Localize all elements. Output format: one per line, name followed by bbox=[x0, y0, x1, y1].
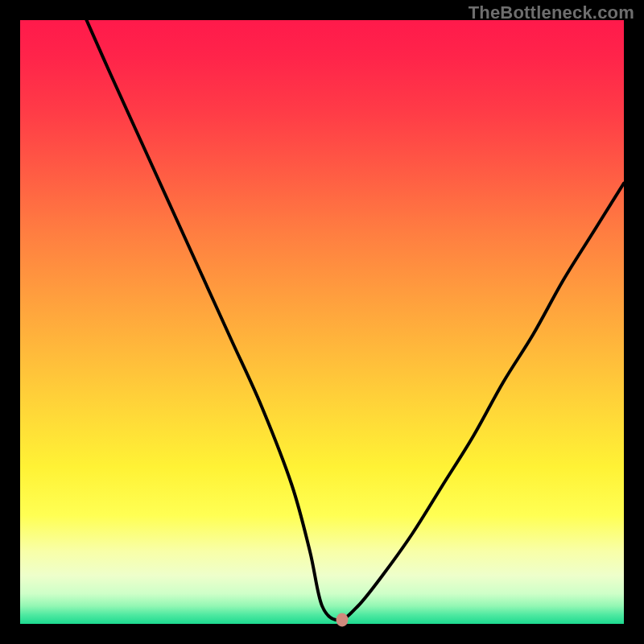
watermark-text: TheBottleneck.com bbox=[469, 2, 634, 23]
chart-stage: TheBottleneck.com bbox=[0, 0, 644, 644]
plot-area bbox=[20, 20, 624, 624]
bottleneck-curve bbox=[20, 20, 624, 624]
optimum-marker bbox=[336, 613, 348, 626]
